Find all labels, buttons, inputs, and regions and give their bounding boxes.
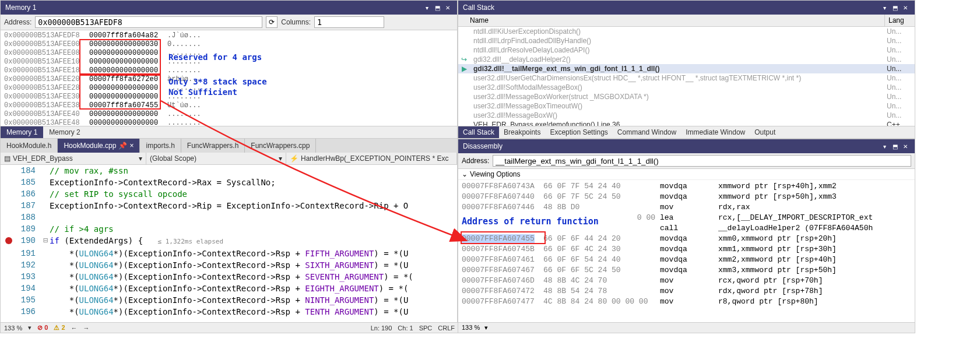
code-line[interactable]: 187ExceptionInfo->ContextRecord->Rip = E… bbox=[1, 200, 457, 212]
refresh-icon[interactable]: ⟳ bbox=[266, 16, 278, 28]
callstack-row[interactable]: user32.dll!MessageBoxW()Un... bbox=[458, 111, 915, 120]
close-icon[interactable]: ✕ bbox=[901, 142, 910, 151]
editor-status-bar: 133 % ▾ ⊘ 0 ⚠ 2 ← → Ln: 190 Ch: 1 SPC CR… bbox=[1, 322, 458, 333]
address-label: Address: bbox=[4, 18, 31, 26]
pin-icon[interactable]: ⬒ bbox=[433, 3, 442, 12]
code-line[interactable]: 192 *(ULONG64*)(ExceptionInfo->ContextRe… bbox=[1, 259, 457, 271]
memory-body[interactable]: Reserved for 4 args Only 3*8 stack space… bbox=[1, 30, 457, 129]
panel-tab[interactable]: Breakpoints bbox=[499, 126, 545, 138]
disasm-row[interactable]: 00007FF8FA60744066 0F 7F 5C 24 50movdqax… bbox=[462, 192, 911, 202]
breakpoint-icon[interactable] bbox=[5, 237, 12, 244]
disasm-row[interactable]: 00007FF8FA6074774C 8B 84 24 80 00 00 00m… bbox=[462, 297, 911, 307]
collapse-icon[interactable]: ⊟ bbox=[41, 235, 50, 248]
memory-header[interactable]: Memory 1 ▾ ⬒ ✕ bbox=[1, 1, 457, 15]
error-count[interactable]: ⊘ 0 bbox=[37, 324, 48, 332]
zoom-level[interactable]: 133 % bbox=[4, 325, 22, 332]
viewing-options[interactable]: ⌄ Viewing Options bbox=[458, 169, 915, 180]
columns-input[interactable] bbox=[314, 16, 384, 28]
callstack-body[interactable]: ntdll.dll!KiUserExceptionDispatch()Un...… bbox=[458, 27, 915, 127]
dropdown-icon[interactable]: ▾ bbox=[880, 142, 889, 151]
callstack-row[interactable]: ntdll.dll!LdrpFindLoadedDllByHandle()Un.… bbox=[458, 36, 915, 45]
annotation-1: Reserved for 4 args bbox=[168, 52, 262, 62]
disasm-address-input[interactable] bbox=[493, 155, 911, 167]
lightning-icon: ⚡ bbox=[290, 154, 298, 163]
file-tab[interactable]: FuncWrappers.cpp bbox=[245, 139, 316, 153]
panel-tab[interactable]: Immediate Window bbox=[681, 126, 750, 138]
callstack-row[interactable]: ntdll.dll!LdrResolveDelayLoadedAPI()Un..… bbox=[458, 45, 915, 55]
file-tab[interactable]: imports.h bbox=[140, 139, 181, 153]
memory-tab[interactable]: Memory 2 bbox=[43, 126, 86, 138]
code-line[interactable]: 194 *(ULONG64*)(ExceptionInfo->ContextRe… bbox=[1, 283, 457, 294]
pin-icon[interactable]: ⬒ bbox=[890, 3, 900, 12]
callstack-row[interactable]: user32.dll!MessageBoxWorker(struct _MSGB… bbox=[458, 92, 915, 101]
code-line[interactable]: 186// set RIP to syscall opcode bbox=[1, 188, 457, 200]
file-tab[interactable]: HookModule.h bbox=[1, 139, 58, 153]
file-tab[interactable]: HookModule.cpp 📌 × bbox=[58, 139, 140, 153]
panel-tab[interactable]: Output bbox=[750, 126, 780, 138]
memory-row[interactable]: 0x000000B513AFEE180000000000000000......… bbox=[4, 66, 454, 75]
scope-function[interactable]: ⚡ HandlerHwBp(_EXCEPTION_POINTERS * Exc bbox=[286, 153, 457, 164]
code-line[interactable]: 185ExceptionInfo->ContextRecord->Rax = S… bbox=[1, 177, 457, 188]
disasm-zoom[interactable]: 133 % bbox=[462, 324, 480, 332]
annotation-2a: Only 3*8 stack space bbox=[168, 77, 267, 86]
line-indicator: Ln: 190 bbox=[371, 325, 392, 332]
code-line[interactable]: 191 *(ULONG64*)(ExceptionInfo->ContextRe… bbox=[1, 248, 457, 259]
memory-tab[interactable]: Memory 1 bbox=[1, 126, 43, 138]
memory-panel: Memory 1 ▾ ⬒ ✕ Address: ⟳ Columns: Reser… bbox=[0, 0, 458, 139]
pin-icon[interactable]: ⬒ bbox=[890, 142, 900, 151]
nav-back-icon[interactable]: ← bbox=[71, 325, 78, 332]
callstack-row[interactable]: gdi32.dll!__delayLoadHelper2()Un... bbox=[458, 55, 915, 64]
close-icon[interactable]: × bbox=[129, 142, 134, 150]
disasm-row[interactable]: 00007FF8FA60746166 0F 6F 54 24 40movdqax… bbox=[462, 255, 911, 265]
callstack-row[interactable]: ntdll.dll!KiUserExceptionDispatch()Un... bbox=[458, 27, 915, 36]
code-line[interactable]: 196 *(ULONG64*)(ExceptionInfo->ContextRe… bbox=[1, 306, 457, 316]
disasm-row[interactable]: 00007FF8FA60745B66 0F 6F 4C 24 30movdqax… bbox=[462, 244, 911, 255]
code-line[interactable]: 195 *(ULONG64*)(ExceptionInfo->ContextRe… bbox=[1, 294, 457, 306]
viewing-options-label: Viewing Options bbox=[470, 170, 521, 178]
disasm-row[interactable]: 00007FF8FA60744648 8B D0movrdx,rax bbox=[462, 202, 911, 213]
disasm-row[interactable]: 00007FF8FA60743A66 0F 7F 54 24 40movdqax… bbox=[462, 181, 911, 192]
panel-tab[interactable]: Command Window bbox=[613, 126, 681, 138]
close-icon[interactable]: ✕ bbox=[443, 3, 452, 12]
dropdown-icon[interactable]: ▾ bbox=[422, 3, 431, 12]
file-tabs: HookModule.hHookModule.cpp 📌 ×imports.hF… bbox=[1, 139, 457, 153]
disasm-row[interactable]: 00007FF8FA60747248 8B 54 24 78movrdx,qwo… bbox=[462, 286, 911, 297]
memory-address-input[interactable] bbox=[35, 16, 262, 28]
warning-count[interactable]: ⚠ 2 bbox=[54, 324, 65, 332]
code-line[interactable]: 184// mov rax, #ssn bbox=[1, 165, 457, 177]
callstack-row[interactable]: user32.dll!UserGetCharDimensionsEx(struc… bbox=[458, 73, 915, 83]
code-line[interactable]: 193 *(ULONG64*)(ExceptionInfo->ContextRe… bbox=[1, 271, 457, 283]
scope-bar: ▤ VEH_EDR_Bypass ▾ (Global Scope) ▾ ⚡ Ha… bbox=[1, 153, 457, 165]
memory-row[interactable]: 0x000000B513AFEE400000000000000000......… bbox=[4, 110, 454, 119]
callstack-panel: Call Stack ▾ ⬒ ✕ Name Lang ntdll.dll!KiU… bbox=[458, 0, 915, 139]
disasm-row[interactable]: 00007FF8FA60745566 0F 6F 44 24 20movdqax… bbox=[462, 234, 911, 244]
memory-row[interactable]: 0x000000B513AFEDF800007ff8fa604a82.J`úø.… bbox=[4, 31, 454, 40]
scope-namespace[interactable]: (Global Scope) ▾ bbox=[146, 153, 286, 164]
scope-project[interactable]: ▤ VEH_EDR_Bypass ▾ bbox=[1, 153, 146, 164]
disasm-title: Disassembly bbox=[463, 142, 880, 150]
memory-row[interactable]: 0x000000B513AFEE0000000000000000300.....… bbox=[4, 40, 454, 49]
callstack-header[interactable]: Call Stack ▾ ⬒ ✕ bbox=[458, 1, 915, 15]
scope-mid-text: (Global Scope) bbox=[150, 154, 196, 163]
callstack-row[interactable]: user32.dll!MessageBoxTimeoutW()Un... bbox=[458, 101, 915, 111]
callstack-row[interactable]: user32.dll!SoftModalMessageBox()Un... bbox=[458, 83, 915, 92]
disasm-body[interactable]: Address of return function 00007FF8FA607… bbox=[458, 180, 915, 326]
col-lang[interactable]: Lang bbox=[884, 15, 915, 26]
file-tab[interactable]: FuncWrappers.h bbox=[181, 139, 245, 153]
memory-row[interactable]: 0x000000B513AFEE3800007ff8fa607455Ut`úø.… bbox=[4, 101, 454, 110]
dropdown-icon[interactable]: ▾ bbox=[880, 3, 889, 12]
code-line[interactable]: 190⊟if (ExtendedArgs) { ≤ 1,322ms elapse… bbox=[1, 235, 457, 248]
panel-tab[interactable]: Call Stack bbox=[458, 126, 499, 138]
project-icon: ▤ bbox=[4, 154, 10, 163]
col-name[interactable]: Name bbox=[458, 15, 884, 26]
close-icon[interactable]: ✕ bbox=[901, 3, 910, 12]
callstack-row[interactable]: ▶gdi32.dll!__tailMerge_ext_ms_win_gdi_fo… bbox=[458, 64, 915, 73]
disasm-row[interactable]: 00007FF8FA60746D48 8B 4C 24 70movrcx,qwo… bbox=[462, 276, 911, 286]
code-area[interactable]: 184// mov rax, #ssn185ExceptionInfo->Con… bbox=[1, 165, 457, 316]
panel-tab[interactable]: Exception Settings bbox=[545, 126, 612, 138]
code-line[interactable]: 188 bbox=[1, 212, 457, 223]
nav-fwd-icon[interactable]: → bbox=[83, 325, 90, 332]
disasm-header[interactable]: Disassembly ▾ ⬒ ✕ bbox=[458, 139, 915, 153]
code-line[interactable]: 189// if >4 agrs bbox=[1, 223, 457, 235]
disasm-row[interactable]: 00007FF8FA60746766 0F 6F 5C 24 50movdqax… bbox=[462, 265, 911, 276]
